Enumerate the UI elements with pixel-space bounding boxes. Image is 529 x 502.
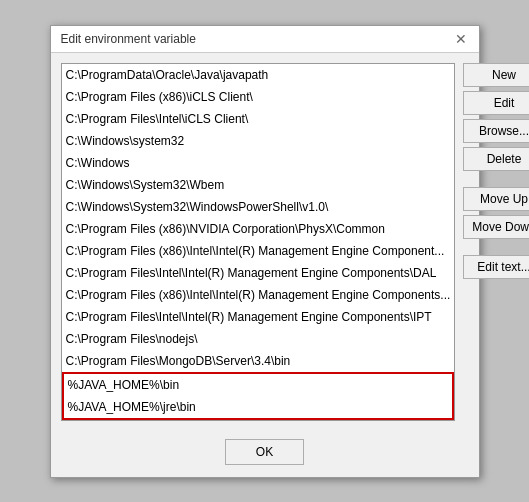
- list-item[interactable]: %JAVA_HOME%\jre\bin: [62, 396, 455, 420]
- new-button[interactable]: New: [463, 63, 529, 87]
- list-item[interactable]: C:\Program Files\Intel\Intel(R) Manageme…: [62, 262, 455, 284]
- list-item[interactable]: C:\Windows\System32\WindowsPowerShell\v1…: [62, 196, 455, 218]
- move-up-button[interactable]: Move Up: [463, 187, 529, 211]
- dialog-footer: OK: [51, 431, 479, 477]
- edit-env-variable-dialog: Edit environment variable ✕ C:\ProgramDa…: [50, 25, 480, 478]
- list-item[interactable]: C:\Program Files (x86)\Intel\Intel(R) Ma…: [62, 240, 455, 262]
- list-item[interactable]: C:\Program Files (x86)\iCLS Client\: [62, 86, 455, 108]
- ok-button[interactable]: OK: [225, 439, 304, 465]
- dialog-title: Edit environment variable: [61, 32, 196, 46]
- move-down-button[interactable]: Move Down: [463, 215, 529, 239]
- list-item[interactable]: C:\Windows\system32: [62, 130, 455, 152]
- buttons-column: New Edit Browse... Delete Move Up Move D…: [463, 63, 529, 421]
- list-item[interactable]: C:\ProgramData\Oracle\Java\javapath: [62, 64, 455, 86]
- dialog-content: C:\ProgramData\Oracle\Java\javapathC:\Pr…: [51, 53, 479, 431]
- list-item[interactable]: C:\Program Files (x86)\Intel\Intel(R) Ma…: [62, 284, 455, 306]
- list-item[interactable]: C:\Program Files\Intel\Intel(R) Manageme…: [62, 306, 455, 328]
- delete-button[interactable]: Delete: [463, 147, 529, 171]
- title-bar: Edit environment variable ✕: [51, 26, 479, 53]
- list-item[interactable]: C:\Program Files\MongoDB\Server\3.4\bin: [62, 350, 455, 372]
- browse-button[interactable]: Browse...: [463, 119, 529, 143]
- list-item[interactable]: C:\Program Files\nodejs\: [62, 328, 455, 350]
- edit-button[interactable]: Edit: [463, 91, 529, 115]
- list-item[interactable]: C:\Windows: [62, 152, 455, 174]
- close-button[interactable]: ✕: [453, 32, 469, 46]
- edit-text-button[interactable]: Edit text...: [463, 255, 529, 279]
- list-item[interactable]: C:\Windows\System32\Wbem: [62, 174, 455, 196]
- list-container: C:\ProgramData\Oracle\Java\javapathC:\Pr…: [61, 63, 456, 421]
- list-item[interactable]: C:\Program Files\Intel\iCLS Client\: [62, 108, 455, 130]
- list-item[interactable]: %JAVA_HOME%\bin: [62, 372, 455, 396]
- list-item[interactable]: C:\Program Files (x86)\NVIDIA Corporatio…: [62, 218, 455, 240]
- env-list[interactable]: C:\ProgramData\Oracle\Java\javapathC:\Pr…: [61, 63, 456, 421]
